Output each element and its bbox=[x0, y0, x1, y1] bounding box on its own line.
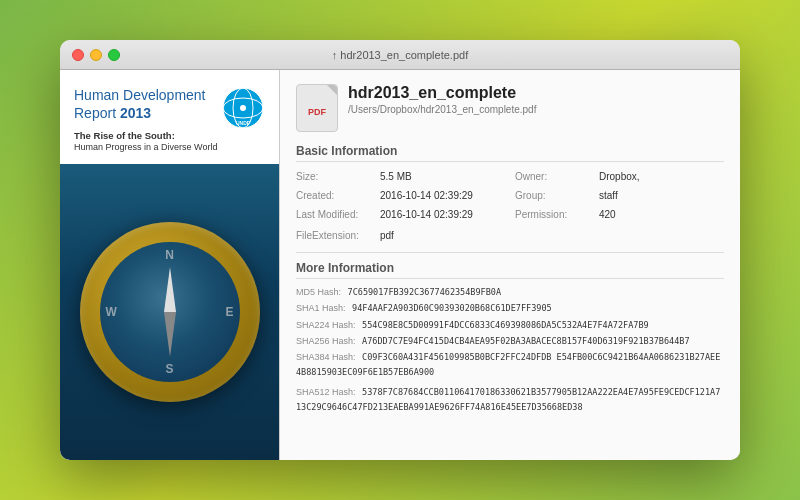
right-panel: PDF hdr2013_en_complete /Users/Dropbox/h… bbox=[280, 70, 740, 460]
sha224-row: SHA224 Hash: 554C98E8C5D00991F4DCC6833C4… bbox=[296, 318, 724, 333]
direction-s: S bbox=[165, 362, 173, 376]
content-area: UNDP Human Development Report 2013 The R… bbox=[60, 70, 740, 460]
more-info-title: More Information bbox=[296, 261, 724, 279]
title-line1: Human Development bbox=[74, 87, 206, 103]
extension-value: pdf bbox=[380, 227, 394, 244]
needle-south bbox=[164, 312, 176, 357]
permission-value: 420 bbox=[599, 206, 616, 223]
main-window: ↑ hdr2013_en_complete.pdf UNDP Human De bbox=[60, 40, 740, 460]
permission-row: Permission: 420 bbox=[515, 206, 724, 223]
more-info-section: More Information MD5 Hash: 7C659017FB392… bbox=[296, 261, 724, 415]
file-path: /Users/Dropbox/hdr2013_en_complete.pdf bbox=[348, 104, 536, 115]
basic-info-title: Basic Information bbox=[296, 144, 724, 162]
subtitle-main: The Rise of the South: bbox=[74, 130, 265, 142]
group-label: Group: bbox=[515, 187, 595, 204]
titlebar: ↑ hdr2013_en_complete.pdf bbox=[60, 40, 740, 70]
report-year: 2013 bbox=[120, 105, 151, 121]
subtitle-sub: Human Progress in a Diverse World bbox=[74, 142, 265, 154]
owner-value: Dropbox, bbox=[599, 168, 640, 185]
sha256-label: SHA256 Hash: bbox=[296, 336, 356, 346]
size-row: Size: 5.5 MB bbox=[296, 168, 505, 185]
extension-label: FileExtension: bbox=[296, 227, 376, 244]
report-subtitle: The Rise of the South: Human Progress in… bbox=[74, 130, 265, 154]
traffic-lights bbox=[72, 49, 120, 61]
compass-inner: N S E W bbox=[100, 242, 240, 382]
owner-label: Owner: bbox=[515, 168, 595, 185]
sha1-row: SHA1 Hash: 94F4AAF2A903D60C90393020B68C6… bbox=[296, 301, 724, 316]
left-panel: UNDP Human Development Report 2013 The R… bbox=[60, 70, 280, 460]
undp-logo: UNDP bbox=[221, 86, 265, 130]
svg-text:UNDP: UNDP bbox=[236, 120, 251, 126]
sha384-row: SHA384 Hash: C09F3C60A431F456109985B0BCF… bbox=[296, 350, 724, 381]
md5-row: MD5 Hash: 7C659017FB392C3677462354B9FB0A bbox=[296, 285, 724, 300]
window-title: ↑ hdr2013_en_complete.pdf bbox=[332, 49, 468, 61]
direction-n: N bbox=[165, 248, 174, 262]
file-type-label: PDF bbox=[308, 107, 326, 117]
pdf-header: UNDP Human Development Report 2013 The R… bbox=[60, 70, 279, 164]
direction-w: W bbox=[106, 305, 117, 319]
modified-label: Last Modified: bbox=[296, 206, 376, 223]
owner-row: Owner: Dropbox, bbox=[515, 168, 724, 185]
direction-e: E bbox=[225, 305, 233, 319]
modified-row: Last Modified: 2016-10-14 02:39:29 bbox=[296, 206, 505, 223]
group-row: Group: staff bbox=[515, 187, 724, 204]
created-label: Created: bbox=[296, 187, 376, 204]
title-line2: Report bbox=[74, 105, 120, 121]
file-header: PDF hdr2013_en_complete /Users/Dropbox/h… bbox=[296, 84, 724, 132]
minimize-button[interactable] bbox=[90, 49, 102, 61]
size-value: 5.5 MB bbox=[380, 168, 412, 185]
basic-info-grid: Size: 5.5 MB Owner: Dropbox, Created: 20… bbox=[296, 168, 724, 223]
sha512-label: SHA512 Hash: bbox=[296, 387, 356, 397]
compass-ring: N S E W bbox=[80, 222, 260, 402]
close-button[interactable] bbox=[72, 49, 84, 61]
size-label: Size: bbox=[296, 168, 376, 185]
sha512-row: SHA512 Hash: 5378F7C87684CCB011064170186… bbox=[296, 385, 724, 416]
sha224-label: SHA224 Hash: bbox=[296, 320, 356, 330]
permission-label: Permission: bbox=[515, 206, 595, 223]
svg-point-3 bbox=[240, 105, 246, 111]
sha256-value: A76DD7C7E94FC415D4CB4AEA95F02BA3ABACEC8B… bbox=[362, 336, 690, 346]
divider bbox=[296, 252, 724, 253]
compass-area: N S E W bbox=[60, 164, 279, 460]
created-value: 2016-10-14 02:39:29 bbox=[380, 187, 473, 204]
group-value: staff bbox=[599, 187, 618, 204]
sha224-value: 554C98E8C5D00991F4DCC6833C469398086DA5C5… bbox=[362, 320, 649, 330]
modified-value: 2016-10-14 02:39:29 bbox=[380, 206, 473, 223]
sha384-value: C09F3C60A431F456109985B0BCF2FFC24DFDB E5… bbox=[296, 352, 720, 377]
sha384-label: SHA384 Hash: bbox=[296, 352, 356, 362]
file-icon: PDF bbox=[296, 84, 338, 132]
created-row: Created: 2016-10-14 02:39:29 bbox=[296, 187, 505, 204]
sha1-value: 94F4AAF2A903D60C90393020B68C61DE7FF3905 bbox=[352, 303, 552, 313]
md5-label: MD5 Hash: bbox=[296, 287, 341, 297]
md5-value: 7C659017FB392C3677462354B9FB0A bbox=[348, 287, 502, 297]
file-title-area: hdr2013_en_complete /Users/Dropbox/hdr20… bbox=[348, 84, 536, 115]
sha256-row: SHA256 Hash: A76DD7C7E94FC415D4CB4AEA95F… bbox=[296, 334, 724, 349]
sha512-value: 5378F7C87684CCB011064170186330621B357790… bbox=[296, 387, 720, 412]
sha1-label: SHA1 Hash: bbox=[296, 303, 346, 313]
extension-row: FileExtension: pdf bbox=[296, 227, 724, 244]
maximize-button[interactable] bbox=[108, 49, 120, 61]
needle-north bbox=[164, 267, 176, 312]
file-name: hdr2013_en_complete bbox=[348, 84, 536, 102]
